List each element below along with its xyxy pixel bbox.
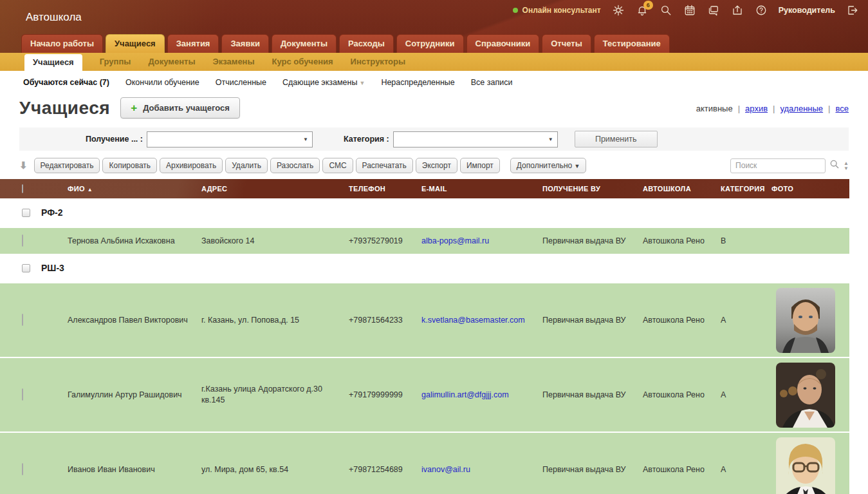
main-tab[interactable]: Справочники	[466, 34, 540, 53]
column-header[interactable]: ПОЛУЧЕНИЕ ВУ	[542, 185, 643, 193]
row-checkbox[interactable]	[22, 209, 30, 217]
toolbar-search: ▲ ▼	[730, 158, 849, 173]
upload-icon[interactable]	[731, 4, 744, 17]
student-photo[interactable]	[776, 288, 835, 353]
main-tab[interactable]: Отчеты	[542, 34, 591, 53]
main-tab[interactable]: Заявки	[221, 34, 268, 53]
view-link[interactable]: удаленные	[780, 104, 823, 113]
toolbar-button[interactable]: Копировать	[102, 158, 157, 173]
toolbar-button[interactable]: Архивировать	[160, 158, 223, 173]
main-tab[interactable]: Начало работы	[21, 34, 103, 53]
chat-icon[interactable]	[707, 4, 720, 17]
status-filter-link[interactable]: Сдающие экзамены▼	[282, 78, 365, 87]
row-checkbox[interactable]	[22, 314, 23, 326]
sub-tab[interactable]: Документы	[148, 57, 195, 71]
student-phone: +79375279019	[349, 236, 421, 247]
main-tab[interactable]: Учащиеся	[106, 34, 165, 53]
student-row[interactable]: Галимуллин Артур Рашидовичг.Казань улица…	[0, 357, 849, 432]
toolbar-button[interactable]: Редактировать	[34, 158, 100, 173]
category-filter-select[interactable]: ▼	[393, 131, 558, 147]
toolbar-button[interactable]: Удалить	[225, 158, 268, 173]
main-tab[interactable]: Тестирование	[594, 34, 670, 53]
collapse-arrow-icon[interactable]: ⬇	[19, 160, 28, 171]
student-address: Завойского 14	[201, 236, 349, 247]
main-tab[interactable]: Занятия	[167, 34, 219, 53]
student-photo[interactable]	[776, 363, 835, 428]
student-email-link[interactable]: k.svetlana@basemaster.com	[421, 315, 542, 326]
toolbar-button[interactable]: Распечатать	[356, 158, 413, 173]
row-checkbox[interactable]	[22, 234, 23, 247]
app-title: Автошкола	[26, 11, 82, 24]
student-license: Первичная выдача ВУ	[542, 236, 643, 247]
search-icon[interactable]	[829, 159, 840, 172]
student-category: В	[721, 236, 771, 247]
student-row[interactable]: Александров Павел Викторовичг. Казань, у…	[0, 282, 849, 357]
sub-tab[interactable]: Инструкторы	[351, 57, 405, 71]
view-link[interactable]: архив	[745, 104, 768, 113]
student-school: Автошкола Рено	[643, 390, 721, 401]
sub-tab[interactable]: Курс обучения	[272, 57, 333, 71]
column-header[interactable]: КАТЕГОРИЯ	[721, 185, 771, 193]
status-filter-link[interactable]: Окончили обучение	[125, 78, 199, 87]
logout-icon[interactable]	[846, 4, 859, 17]
sort-down-icon: ▼	[844, 166, 849, 171]
column-header[interactable]: АДРЕС	[201, 185, 349, 193]
column-header[interactable]: ТЕЛЕФОН	[349, 185, 421, 193]
row-checkbox[interactable]	[22, 388, 23, 401]
apply-button[interactable]: Применить	[575, 131, 658, 147]
student-license: Первичная выдача ВУ	[542, 390, 643, 401]
add-student-button[interactable]: + Добавить учащегося	[120, 97, 240, 119]
column-header[interactable]: АВТОШКОЛА	[643, 185, 721, 193]
status-filter-link[interactable]: Все записи	[471, 78, 513, 87]
column-header[interactable]: E-MAIL	[421, 185, 542, 193]
view-link-separator: |	[738, 104, 740, 113]
toolbar-button[interactable]: Разослать	[270, 158, 320, 173]
toolbar-button[interactable]: Экспорт	[416, 158, 457, 173]
photo-cell	[771, 437, 849, 494]
status-filter-link[interactable]: Отчисленные	[216, 78, 266, 87]
row-checkbox[interactable]	[22, 264, 30, 272]
main-tab[interactable]: Сотрудники	[396, 34, 464, 53]
license-filter-select[interactable]: ▼	[147, 131, 313, 147]
status-filter-link[interactable]: Обучаются сейчас (7)	[23, 78, 109, 87]
main-tab[interactable]: Документы	[272, 34, 337, 53]
photo-cell	[771, 363, 849, 428]
column-header[interactable]: ФИО▲	[68, 185, 201, 193]
search-icon[interactable]	[660, 4, 672, 17]
row-checkbox-cell	[0, 235, 68, 247]
student-row[interactable]: Иванов Иван Ивановичул. Мира, дом 65, кв…	[0, 432, 849, 494]
view-links: активные|архив|удаленные|все	[696, 104, 849, 113]
plus-icon: +	[131, 105, 137, 111]
calendar-icon[interactable]	[683, 4, 696, 17]
student-email-link[interactable]: alba-pops@mail.ru	[421, 236, 542, 247]
main-tabs: Начало работыУчащиесяЗанятияЗаявкиДокуме…	[21, 34, 670, 53]
add-student-label: Добавить учащегося	[143, 103, 230, 113]
student-row[interactable]: Тернова Альбина ИсхаковнаЗавойского 14+7…	[0, 227, 849, 254]
student-email-link[interactable]: ivanov@ail.ru	[421, 464, 542, 475]
sub-tab[interactable]: Учащиеся	[24, 54, 82, 71]
toolbar-button[interactable]: Импорт	[460, 158, 500, 173]
view-link[interactable]: все	[836, 104, 849, 113]
row-checkbox[interactable]	[22, 463, 23, 475]
gear-icon[interactable]	[612, 4, 625, 17]
user-role-menu[interactable]: Руководитель	[779, 6, 835, 15]
sort-toggle[interactable]: ▲ ▼	[844, 161, 849, 171]
group-row[interactable]: РШ-3	[0, 254, 849, 282]
online-consultant-link[interactable]: Онлайн консультант	[513, 6, 601, 15]
main-tab[interactable]: Расходы	[339, 34, 394, 53]
status-filter-link[interactable]: Нераспределенные	[381, 78, 454, 87]
bell-icon[interactable]: 6	[636, 4, 649, 17]
group-row[interactable]: РФ-2	[0, 198, 849, 227]
search-input[interactable]	[730, 158, 826, 173]
toolbar-button[interactable]: СМС	[322, 158, 353, 173]
student-email-link[interactable]: galimullin.art@dfgjjj.com	[421, 390, 542, 401]
more-button[interactable]: Дополнительно ▼	[510, 158, 587, 173]
sub-tab[interactable]: Экзамены	[212, 57, 254, 71]
column-header[interactable]: ФОТО	[771, 185, 849, 193]
help-icon[interactable]	[755, 4, 768, 17]
student-photo[interactable]	[776, 437, 835, 494]
sub-tab[interactable]: Группы	[100, 57, 131, 71]
photo-cell	[771, 288, 849, 353]
select-all-checkbox[interactable]	[22, 184, 23, 193]
student-name: Тернова Альбина Исхаковна	[68, 236, 201, 247]
